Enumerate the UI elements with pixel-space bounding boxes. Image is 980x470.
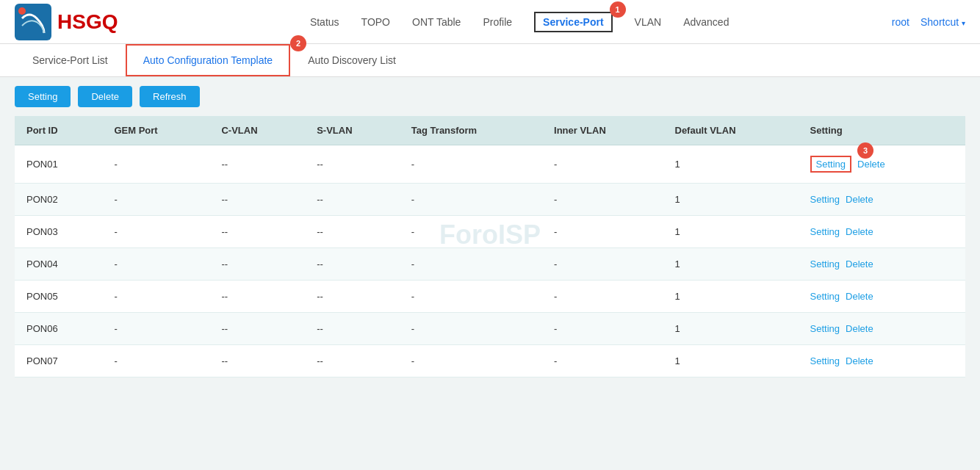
row2-setting-link[interactable]: Setting — [810, 226, 840, 237]
cell-row4-col3: -- — [305, 281, 400, 313]
table-row: PON07-------1SettingDelete — [15, 345, 965, 377]
col-inner-vlan: Inner VLAN — [542, 116, 663, 145]
cell-row5-col6: 1 — [663, 313, 799, 345]
cell-row0-col4: - — [400, 145, 542, 184]
cell-row6-actions: SettingDelete — [799, 345, 965, 377]
cell-row0-col5: - — [542, 145, 663, 184]
cell-row0-actions: Setting3Delete — [799, 145, 965, 184]
col-default-vlan: Default VLAN — [663, 116, 799, 145]
row2-delete-link[interactable]: Delete — [846, 226, 873, 237]
row1-delete-link[interactable]: Delete — [846, 194, 873, 205]
nav-item-vlan[interactable]: VLAN — [635, 12, 662, 32]
cell-row0-col3: -- — [305, 145, 400, 184]
table-body: PON01-------1Setting3DeletePON02-------1… — [15, 145, 965, 377]
table-row: PON02-------1SettingDelete — [15, 184, 965, 216]
row3-setting-link[interactable]: Setting — [810, 258, 840, 270]
nav-item-service-port[interactable]: Service-Port — [534, 12, 612, 32]
cell-row2-actions: SettingDelete — [799, 216, 965, 248]
cell-row1-col6: 1 — [663, 184, 799, 216]
cell-row2-col5: - — [542, 216, 663, 248]
cell-row3-col4: - — [400, 248, 542, 281]
nav-item-profile[interactable]: Profile — [483, 12, 512, 32]
cell-row6-col2: -- — [209, 345, 305, 377]
cell-row4-col4: - — [400, 281, 542, 313]
nav-item-advanced[interactable]: Advanced — [683, 12, 729, 32]
main-nav: Status TOPO ONT Table Profile Service-Po… — [147, 12, 891, 32]
nav-service-port-wrapper: Service-Port 1 — [534, 12, 612, 32]
row1-setting-link[interactable]: Setting — [810, 194, 840, 205]
row6-delete-link[interactable]: Delete — [846, 355, 873, 366]
cell-row3-col0: PON04 — [15, 248, 102, 281]
table-header: Port ID GEM Port C-VLAN S-VLAN Tag Trans… — [15, 116, 965, 145]
cell-row3-col1: - — [102, 248, 209, 281]
cell-row4-col5: - — [542, 281, 663, 313]
setting-button[interactable]: Setting — [15, 86, 71, 107]
chevron-down-icon: ▾ — [962, 19, 965, 27]
cell-row6-col0: PON07 — [15, 345, 102, 377]
toolbar: Setting Delete Refresh — [0, 77, 980, 116]
col-tag-transform: Tag Transform — [400, 116, 542, 145]
cell-row2-col2: -- — [209, 216, 305, 248]
cell-row2-col1: - — [102, 216, 209, 248]
tab-auto-discovery-list[interactable]: Auto Discovery List — [290, 44, 414, 76]
cell-row1-col4: - — [400, 184, 542, 216]
cell-row5-col5: - — [542, 313, 663, 345]
cell-row4-actions: SettingDelete — [799, 281, 965, 313]
col-s-vlan: S-VLAN — [305, 116, 400, 145]
main-table: Port ID GEM Port C-VLAN S-VLAN Tag Trans… — [15, 116, 965, 377]
cell-row5-col1: - — [102, 313, 209, 345]
cell-row3-col3: -- — [305, 248, 400, 281]
cell-row4-col6: 1 — [663, 281, 799, 313]
row0-delete-link[interactable]: Delete — [857, 159, 885, 170]
col-gem-port: GEM Port — [102, 116, 209, 145]
row3-delete-link[interactable]: Delete — [846, 258, 873, 270]
cell-row5-col3: -- — [305, 313, 400, 345]
table-row: PON03-------1SettingDelete — [15, 216, 965, 248]
nav-item-topo[interactable]: TOPO — [361, 12, 390, 32]
cell-row0-col0: PON01 — [15, 145, 102, 184]
tab-auto-configuration-template[interactable]: Auto Configuration Template — [126, 44, 290, 76]
cell-row1-col5: - — [542, 184, 663, 216]
row6-setting-link[interactable]: Setting — [810, 355, 840, 366]
table-row: PON04-------1SettingDelete — [15, 248, 965, 281]
refresh-button[interactable]: Refresh — [140, 86, 200, 107]
table-row: PON06-------1SettingDelete — [15, 313, 965, 345]
col-port-id: Port ID — [15, 116, 102, 145]
cell-row5-col0: PON06 — [15, 313, 102, 345]
cell-row4-col1: - — [102, 281, 209, 313]
nav-item-ont-table[interactable]: ONT Table — [412, 12, 461, 32]
table-container: Port ID GEM Port C-VLAN S-VLAN Tag Trans… — [0, 116, 980, 392]
row4-setting-link[interactable]: Setting — [810, 291, 840, 302]
cell-row3-col5: - — [542, 248, 663, 281]
nav-item-shortcut[interactable]: Shortcut ▾ — [920, 12, 965, 32]
cell-row1-col0: PON02 — [15, 184, 102, 216]
cell-row4-col0: PON05 — [15, 281, 102, 313]
cell-row1-actions: SettingDelete — [799, 184, 965, 216]
cell-row6-col3: -- — [305, 345, 400, 377]
cell-row5-col2: -- — [209, 313, 305, 345]
table-row: PON01-------1Setting3Delete — [15, 145, 965, 184]
row-setting-link[interactable]: Setting — [810, 156, 851, 173]
delete-button[interactable]: Delete — [78, 86, 132, 107]
row5-delete-link[interactable]: Delete — [846, 323, 873, 334]
header: HSGQ Status TOPO ONT Table Profile Servi… — [0, 0, 980, 44]
row5-setting-link[interactable]: Setting — [810, 323, 840, 334]
cell-row3-col6: 1 — [663, 248, 799, 281]
cell-row2-col0: PON03 — [15, 216, 102, 248]
cell-row1-col2: -- — [209, 184, 305, 216]
tab-auto-config-wrapper: Auto Configuration Template 2 — [126, 44, 290, 76]
setting-badge-wrapper: Setting3 — [810, 156, 857, 173]
tab-service-port-list[interactable]: Service-Port List — [15, 44, 126, 76]
svg-point-1 — [18, 7, 26, 15]
nav-item-root[interactable]: root — [892, 12, 909, 32]
tabs-bar: Service-Port List Auto Configuration Tem… — [0, 44, 980, 77]
cell-row2-col4: - — [400, 216, 542, 248]
cell-row6-col6: 1 — [663, 345, 799, 377]
cell-row4-col2: -- — [209, 281, 305, 313]
col-c-vlan: C-VLAN — [209, 116, 305, 145]
nav-item-status[interactable]: Status — [310, 12, 339, 32]
cell-row6-col4: - — [400, 345, 542, 377]
row4-delete-link[interactable]: Delete — [846, 291, 873, 302]
cell-row1-col1: - — [102, 184, 209, 216]
cell-row3-col2: -- — [209, 248, 305, 281]
